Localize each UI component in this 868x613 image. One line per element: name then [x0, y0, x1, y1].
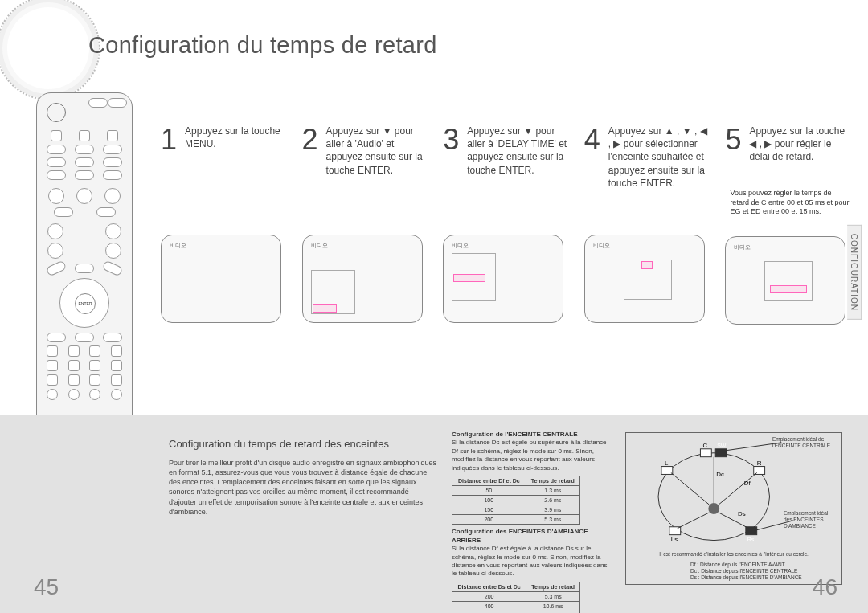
td: 5.3 ms	[526, 515, 579, 525]
center-config-title: Configuration de l'ENCEINTE CENTRALE	[452, 431, 578, 438]
highlight-icon	[641, 261, 653, 269]
remote-illustration: ENTER	[36, 92, 133, 434]
remote-btn	[102, 260, 124, 276]
screen-label: 비디오	[593, 242, 610, 250]
remote-btn	[47, 333, 66, 342]
svg-rect-2	[700, 449, 711, 457]
step-number: 1	[161, 123, 177, 157]
remote-btn	[107, 130, 118, 141]
table-delay-rear: Distance entre Ds et DcTemps de retard 2…	[452, 582, 580, 613]
remote-btn	[47, 145, 66, 154]
step-screen: 비디오	[302, 235, 423, 323]
remote-btn	[75, 157, 94, 167]
page-number-right: 46	[813, 574, 837, 600]
step-screen: 비디오	[161, 235, 281, 323]
side-tab: CONFIGURATION	[847, 225, 862, 320]
speaker-diagram: L C SW R Dc Df Ds Ls Rs Emplacement idéa…	[625, 432, 842, 585]
remote-btn	[68, 345, 80, 357]
remote-btn	[48, 188, 64, 204]
step-note: Vous pouvez régler le temps de retard de…	[730, 189, 852, 217]
td: 3.9 ms	[526, 505, 579, 515]
remote-btn	[108, 98, 127, 108]
remote-btn	[75, 145, 94, 154]
diag-r: R	[757, 460, 762, 467]
diagram-note-top: Emplacement idéal de l'ENCEINTE CENTRALE	[772, 436, 837, 449]
diag-ds: Ds	[738, 510, 746, 517]
remote-btn	[47, 389, 58, 400]
remote-btn	[96, 207, 116, 217]
lower-left-block: Configuration du temps de retard des enc…	[169, 438, 438, 517]
step-number: 4	[584, 123, 600, 157]
center-config-text: Si la distance Dc est égale ou supérieur…	[452, 439, 607, 471]
remote-btn	[103, 145, 122, 154]
highlight-icon	[770, 285, 807, 293]
remote-btn	[105, 243, 121, 259]
step-text: Appuyez sur ▼ pour aller à 'DELAY TIME' …	[467, 125, 570, 182]
remote-btn	[47, 223, 63, 239]
remote-btn	[68, 389, 80, 400]
step-text: Appuyez sur la touche MENU.	[185, 125, 288, 182]
remote-btn	[68, 360, 80, 371]
legend-ds: Ds : Distance depuis l'ENCEINTE D'AMBIAN…	[690, 574, 802, 581]
remote-btn	[47, 170, 66, 180]
step-screen: 비디오	[443, 235, 563, 323]
remote-btn	[54, 207, 73, 217]
screen-label: 비디오	[734, 243, 751, 251]
step-number: 2	[302, 123, 318, 157]
td: 400	[452, 601, 526, 611]
remote-btn	[47, 345, 58, 357]
svg-rect-4	[754, 467, 765, 475]
legend-dc: Dc : Distance depuis l'ENCEINTE CENTRALE	[690, 568, 802, 574]
screen-label: 비디오	[311, 242, 328, 250]
remote-btn	[105, 223, 121, 239]
remote-btn	[47, 360, 58, 371]
remote-btn	[88, 98, 108, 108]
diag-df: Df	[744, 480, 751, 487]
diag-sw: SW	[717, 443, 727, 448]
diag-l: L	[665, 460, 669, 467]
remote-btn	[75, 333, 94, 342]
step-text: Appuyez sur ▼ pour aller à 'Audio' et ap…	[326, 125, 429, 182]
steps-row: 1 Appuyez sur la touche MENU. 비디오 2 Appu…	[161, 125, 852, 325]
remote-btn	[79, 130, 90, 141]
diag-c: C	[702, 442, 707, 449]
step-screen: 비디오	[725, 236, 845, 325]
screen-label: 비디오	[170, 242, 186, 250]
step-1: 1 Appuyez sur la touche MENU. 비디오	[161, 125, 288, 325]
dpad-icon: ENTER	[59, 278, 109, 328]
step-text: Appuyez sur la touche ◀ , ▶ pour régler …	[749, 125, 852, 182]
th: Temps de retard	[526, 582, 580, 591]
remote-btn	[104, 188, 121, 204]
screen-box	[764, 261, 813, 301]
remote-btn	[111, 374, 122, 386]
remote-btn	[51, 130, 62, 141]
remote-btn	[103, 157, 122, 167]
rear-config-text: Si la distance Df est égale à la distanc…	[452, 545, 607, 577]
remote-btn	[47, 157, 66, 167]
diag-ls: Ls	[671, 536, 678, 543]
step-3: 3 Appuyez sur ▼ pour aller à 'DELAY TIME…	[443, 125, 570, 325]
remote-btn	[75, 170, 94, 180]
remote-btn	[111, 345, 122, 357]
svg-point-7	[708, 503, 719, 514]
remote-btn	[68, 374, 80, 386]
td: 5.3 ms	[526, 591, 580, 601]
td: 1.3 ms	[526, 486, 579, 496]
lower-mid-block: Configuration de l'ENCEINTE CENTRALE Si …	[452, 431, 608, 613]
remote-btn	[89, 389, 100, 400]
power-icon	[47, 103, 66, 122]
td: 50	[452, 486, 526, 496]
step-number: 3	[443, 123, 459, 157]
step-5: 5 Appuyez sur la touche ◀ , ▶ pour régle…	[725, 125, 852, 325]
svg-line-11	[678, 513, 710, 529]
step-2: 2 Appuyez sur ▼ pour aller à 'Audio' et …	[302, 125, 429, 325]
page-number-left: 45	[34, 574, 59, 600]
highlight-icon	[453, 274, 485, 282]
td: 10.6 ms	[526, 601, 580, 611]
remote-btn	[75, 264, 94, 273]
section-subtitle: Configuration du temps de retard des enc…	[169, 438, 438, 450]
remote-btn	[45, 260, 67, 276]
legend-df: Df : Distance depuis l'ENCEINTE AVANT	[690, 562, 802, 568]
td: 200	[452, 591, 526, 601]
remote-btn	[103, 170, 122, 180]
